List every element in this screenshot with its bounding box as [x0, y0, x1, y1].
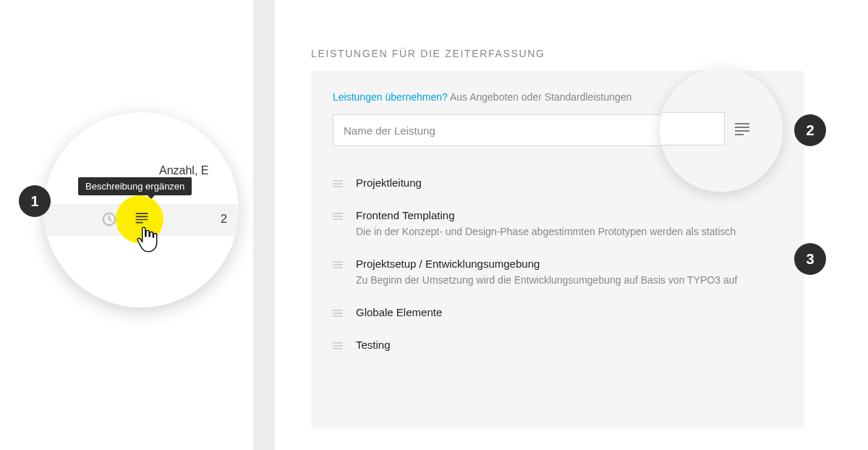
- badge-number: 1: [30, 193, 38, 210]
- description-icon[interactable]: [135, 211, 149, 224]
- clock-icon: [101, 211, 117, 227]
- service-description: Die in der Konzept- und Design-Phase abg…: [356, 226, 783, 237]
- pointer-cursor-icon: [135, 226, 159, 253]
- service-description: Zu Beginn der Umsetzung wird die Entwick…: [356, 274, 783, 286]
- callout-badge-1: 1: [19, 185, 51, 217]
- badge-number: 3: [806, 251, 814, 268]
- takeover-text: Aus Angeboten oder Standardleistungen: [450, 91, 631, 103]
- drag-handle-icon[interactable]: [333, 308, 343, 318]
- service-title: Projektsetup / Entwicklungsumgebung: [356, 258, 783, 270]
- quantity-value: 2: [221, 213, 227, 226]
- service-title: Globale Elemente: [356, 306, 783, 318]
- zoom-area-1: Anzahl, E Beschreibung ergänzen 2: [43, 112, 239, 307]
- description-icon[interactable]: [733, 121, 751, 137]
- callout-badge-3: 3: [794, 243, 826, 275]
- takeover-link[interactable]: Leistungen übernehmen?: [333, 91, 448, 103]
- section-title: LEISTUNGEN FÜR DIE ZEITERFASSUNG: [311, 48, 545, 59]
- badge-number: 2: [806, 122, 814, 139]
- list-item[interactable]: Projektsetup / Entwicklungsumgebung Zu B…: [333, 247, 783, 296]
- zoom-input-fragment: [660, 112, 725, 145]
- list-item[interactable]: Testing: [333, 328, 783, 361]
- drag-handle-icon[interactable]: [333, 211, 343, 221]
- list-item[interactable]: Globale Elemente: [333, 296, 783, 328]
- service-title: Testing: [356, 339, 783, 351]
- column-header-anzahl: Anzahl, E: [159, 164, 208, 177]
- drag-handle-icon[interactable]: [333, 179, 343, 189]
- divider-strip: [253, 0, 275, 450]
- service-title: Frontend Templating: [356, 209, 783, 221]
- drag-handle-icon[interactable]: [333, 341, 343, 351]
- callout-badge-2: 2: [794, 114, 826, 146]
- zoom-area-2: [660, 69, 783, 192]
- drag-handle-icon[interactable]: [333, 260, 343, 270]
- tooltip-beschreibung: Beschreibung ergänzen: [78, 177, 192, 195]
- list-item[interactable]: Frontend Templating Die in der Konzept- …: [333, 199, 783, 247]
